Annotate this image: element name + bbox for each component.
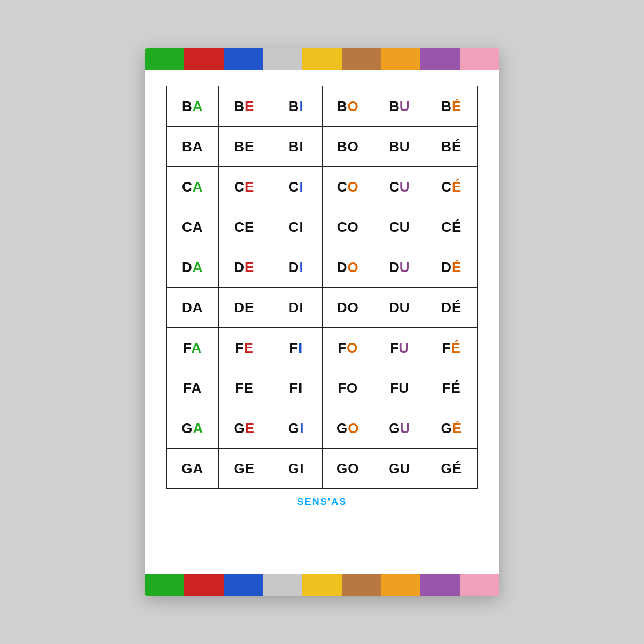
vowel: I: [299, 259, 304, 275]
consonant: D: [337, 299, 348, 316]
consonant: G: [181, 420, 193, 436]
table-cell: GE: [218, 449, 270, 489]
consonant: D: [289, 299, 299, 316]
vowel: E: [245, 460, 255, 477]
vowel: U: [399, 340, 409, 356]
orange-segment: [381, 574, 420, 596]
purple-segment: [420, 48, 459, 70]
table-cell: BI: [270, 127, 323, 167]
vowel: É: [452, 219, 462, 235]
consonant: F: [338, 380, 347, 396]
table-row: CACECICOCUCÉ: [167, 167, 478, 207]
vowel: E: [244, 340, 254, 356]
vowel: A: [193, 420, 203, 436]
table-cell: DU: [374, 288, 426, 328]
vowel: É: [452, 138, 462, 155]
vowel: A: [193, 259, 203, 275]
consonant: F: [442, 340, 451, 356]
table-cell: BU: [374, 127, 426, 167]
table-cell: DA: [167, 247, 219, 288]
table-cell: GO: [322, 408, 374, 449]
consonant: B: [289, 98, 299, 114]
table-cell: BI: [270, 86, 323, 127]
consonant: C: [441, 179, 452, 195]
table-cell: FU: [374, 328, 426, 368]
vowel: É: [452, 259, 462, 275]
silver-segment: [263, 574, 302, 596]
consonant: F: [289, 380, 298, 396]
consonant: B: [234, 138, 245, 155]
vowel: A: [193, 138, 203, 155]
vowel: U: [400, 299, 411, 316]
brand-label: SENS'AS: [297, 489, 347, 513]
table-row: DADEDIDODUDÉ: [167, 288, 478, 328]
table-cell: CA: [167, 167, 219, 207]
table-cell: DA: [167, 288, 219, 328]
consonant: G: [233, 460, 245, 477]
consonant: F: [390, 380, 399, 396]
table-cell: DO: [322, 288, 374, 328]
vowel: O: [348, 299, 359, 316]
table-cell: DÉ: [426, 288, 478, 328]
table-row: BABEBIBOBUBÉ: [167, 86, 478, 127]
consonant: C: [389, 179, 400, 195]
consonant: B: [182, 98, 193, 114]
vowel: E: [244, 380, 254, 396]
pink-segment: [460, 48, 499, 70]
consonant: G: [181, 460, 193, 477]
blue-segment: [224, 48, 263, 70]
table-cell: DI: [270, 247, 323, 288]
vowel: É: [452, 299, 462, 316]
vowel: É: [451, 340, 461, 356]
vowel: O: [348, 219, 359, 235]
vowel: O: [348, 138, 359, 155]
consonant: D: [389, 259, 400, 275]
table-cell: GA: [167, 408, 219, 449]
vowel: A: [193, 179, 203, 195]
vowel: U: [400, 179, 411, 195]
table-cell: CA: [167, 207, 219, 247]
table-cell: CÉ: [426, 207, 478, 247]
consonant: B: [389, 138, 400, 155]
table-cell: GA: [167, 449, 219, 489]
table-cell: DU: [374, 247, 426, 288]
bottom-color-bar: [145, 574, 499, 596]
vowel: I: [299, 219, 304, 235]
table-cell: GO: [322, 449, 374, 489]
green-segment: [145, 48, 184, 70]
table-cell: CÉ: [426, 167, 478, 207]
vowel: E: [245, 420, 255, 436]
vowel: É: [451, 380, 461, 396]
syllable-table: BABEBIBOBUBÉBABEBIBOBUBÉCACECICOCUCÉCACE…: [166, 86, 478, 489]
red-segment: [184, 574, 223, 596]
consonant: D: [441, 259, 452, 275]
consonant: G: [441, 460, 452, 477]
green-segment: [145, 574, 184, 596]
table-cell: CO: [322, 167, 374, 207]
vowel: I: [299, 138, 304, 155]
consonant: D: [289, 259, 299, 275]
vowel: O: [348, 259, 359, 275]
yellow-segment: [302, 574, 341, 596]
vowel: E: [245, 259, 254, 275]
vowel: O: [347, 340, 358, 356]
vowel: U: [400, 259, 411, 275]
consonant: G: [389, 460, 400, 477]
consonant: D: [182, 259, 193, 275]
table-cell: BO: [322, 86, 374, 127]
consonant: G: [233, 420, 245, 436]
consonant: C: [234, 179, 245, 195]
consonant: C: [182, 219, 193, 235]
orange-segment: [381, 48, 420, 70]
table-row: BABEBIBOBUBÉ: [167, 127, 478, 167]
table-cell: GI: [270, 408, 323, 449]
card: BABEBIBOBUBÉBABEBIBOBUBÉCACECICOCUCÉCACE…: [145, 48, 499, 596]
consonant: G: [441, 420, 452, 436]
consonant: F: [235, 340, 244, 356]
table-cell: FI: [270, 328, 323, 368]
table-cell: FO: [322, 328, 374, 368]
consonant: C: [337, 219, 348, 235]
vowel: I: [299, 179, 304, 195]
consonant: G: [288, 460, 299, 477]
vowel: U: [399, 380, 409, 396]
